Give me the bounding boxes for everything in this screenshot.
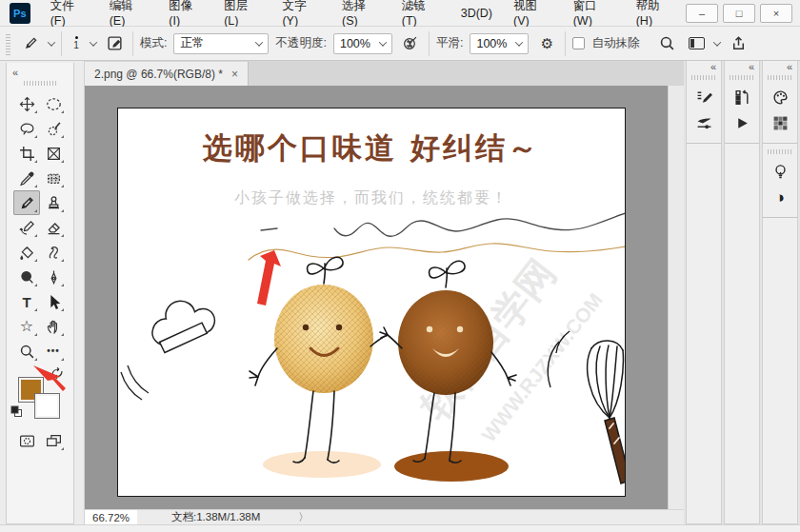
chevron-down-icon <box>255 38 263 46</box>
gear-icon[interactable]: ⚙ <box>535 32 558 55</box>
status-bar: 66.72% 文档:1.38M/1.38M 〉 <box>85 509 684 524</box>
document-tab-bar: 2.png @ 66.7%(RGB/8) * × <box>85 61 684 86</box>
tool-shape[interactable]: ☆ <box>13 314 40 339</box>
background-color-swatch[interactable] <box>34 393 60 419</box>
status-expand-icon[interactable]: 〉 <box>298 510 309 524</box>
tool-pen[interactable] <box>40 265 67 289</box>
tool-history-brush[interactable] <box>13 215 40 240</box>
chevron-down-icon <box>515 38 523 46</box>
adjustments-panel-icon[interactable]: ◑ <box>769 186 791 208</box>
toolbar-collapse-icon[interactable]: « <box>7 67 73 79</box>
tools-grid: T ☆ ••• <box>7 91 73 364</box>
blend-mode-select[interactable]: 正常 <box>173 33 269 54</box>
tool-quick-select[interactable] <box>40 116 67 141</box>
close-button[interactable]: × <box>760 4 792 23</box>
tool-paint-bucket[interactable] <box>13 240 40 265</box>
panel-grip[interactable] <box>730 75 754 80</box>
tool-preset-chevron-icon[interactable] <box>48 38 55 46</box>
mode-buttons <box>7 428 73 453</box>
learn-panel-icon[interactable] <box>769 160 791 183</box>
tool-type[interactable]: T <box>13 289 40 314</box>
tool-eraser[interactable] <box>40 215 67 240</box>
tool-marquee[interactable] <box>40 91 67 116</box>
zoom-level-field[interactable]: 66.72% <box>85 510 137 524</box>
tool-smudge[interactable] <box>40 240 67 265</box>
tool-eyedropper[interactable] <box>13 166 40 190</box>
tool-path-select[interactable] <box>40 289 67 314</box>
menu-image[interactable]: 图像(I) <box>158 0 213 26</box>
tool-dodge[interactable] <box>13 265 40 289</box>
canvas-viewport[interactable]: 软件自学网 WWW.RJZXW.COM <box>85 86 684 509</box>
brush-preset-chevron-icon[interactable] <box>90 38 97 46</box>
panel-grip[interactable] <box>691 75 716 80</box>
menu-layer[interactable]: 图层(L) <box>213 0 271 26</box>
swatches-panel-icon[interactable] <box>769 111 791 134</box>
tool-pencil[interactable] <box>13 190 40 215</box>
panel-grip[interactable] <box>768 149 792 154</box>
window-controls: – □ × <box>686 4 796 23</box>
history-panel-icon[interactable] <box>730 86 753 108</box>
menu-type[interactable]: 文字(Y) <box>271 0 331 26</box>
workspace: « <box>0 61 800 524</box>
opacity-select[interactable]: 100% <box>333 33 392 54</box>
menu-edit[interactable]: 编辑(E) <box>99 0 159 26</box>
artwork-title: 选哪个口味道 好纠结～ <box>118 128 625 168</box>
search-icon[interactable] <box>655 32 678 55</box>
share-icon[interactable] <box>727 32 750 55</box>
smoothing-value: 100% <box>476 37 507 50</box>
panel-empty <box>725 144 759 523</box>
tool-frame[interactable] <box>40 141 67 166</box>
menu-select[interactable]: 选择(S) <box>331 0 391 26</box>
vertical-scrollbar[interactable] <box>668 86 684 509</box>
panel-collapse-icon[interactable]: « <box>725 61 759 73</box>
maximize-button[interactable]: □ <box>723 4 755 23</box>
screen-mode-button[interactable] <box>40 428 67 453</box>
tool-healing-patch[interactable] <box>40 166 67 190</box>
menu-filter[interactable]: 滤镜(T) <box>391 0 450 26</box>
smoothing-select[interactable]: 100% <box>470 33 529 54</box>
artwork-page[interactable]: 软件自学网 WWW.RJZXW.COM <box>117 108 626 497</box>
brush-settings-panel-icon[interactable] <box>692 86 715 108</box>
brush-tip-preview-icon <box>75 36 78 39</box>
menu-view[interactable]: 视图(V) <box>503 0 563 26</box>
toggle-brush-panel-icon[interactable] <box>103 32 126 55</box>
panel-collapse-icon[interactable]: « <box>763 61 797 73</box>
brushes-panel-icon[interactable] <box>692 111 715 134</box>
tool-move[interactable] <box>13 91 40 116</box>
document-tab[interactable]: 2.png @ 66.7%(RGB/8) * × <box>85 62 249 86</box>
default-colors-icon[interactable] <box>10 405 24 419</box>
tool-hand[interactable] <box>40 314 67 339</box>
divider <box>132 31 133 56</box>
tool-crop[interactable] <box>13 141 40 166</box>
document-area: 2.png @ 66.7%(RGB/8) * × <box>84 61 684 524</box>
tool-preset-pencil-icon[interactable] <box>19 32 42 55</box>
tool-zoom[interactable] <box>13 339 40 364</box>
pressure-opacity-icon[interactable] <box>399 32 422 55</box>
quick-mask-button[interactable] <box>13 428 40 453</box>
panel-empty <box>763 218 797 523</box>
auto-erase-checkbox[interactable] <box>572 37 585 49</box>
document-tab-label: 2.png @ 66.7%(RGB/8) * <box>94 68 223 81</box>
actions-panel-icon[interactable] <box>730 111 753 134</box>
tool-more[interactable]: ••• <box>40 339 67 364</box>
swap-colors-icon[interactable] <box>50 367 64 379</box>
menu-window[interactable]: 窗口(W) <box>563 0 626 26</box>
workspace-chevron-icon[interactable] <box>713 38 721 46</box>
tool-clone-stamp[interactable] <box>40 190 67 215</box>
menu-file[interactable]: 文件(F) <box>40 0 99 26</box>
minimize-button[interactable]: – <box>686 4 718 23</box>
menu-help[interactable]: 帮助(H) <box>626 0 686 26</box>
panel-grip[interactable] <box>768 75 792 80</box>
photoshop-logo-icon: Ps <box>10 3 30 24</box>
menu-3d[interactable]: 3D(D) <box>450 0 503 26</box>
panel-collapse-icon[interactable]: « <box>687 61 721 73</box>
brush-preset-picker[interactable]: 1 <box>69 36 84 50</box>
workspace-switcher-icon[interactable] <box>685 32 708 55</box>
tool-lasso[interactable] <box>13 116 40 141</box>
menu-bar: Ps 文件(F) 编辑(E) 图像(I) 图层(L) 文字(Y) 选择(S) 滤… <box>0 0 800 27</box>
tab-close-icon[interactable]: × <box>231 68 238 81</box>
color-panel-icon[interactable] <box>769 86 791 108</box>
toolbar-grip[interactable] <box>24 81 56 86</box>
options-grip <box>6 32 10 55</box>
photoshop-window: Ps 文件(F) 编辑(E) 图像(I) 图层(L) 文字(Y) 选择(S) 滤… <box>0 0 800 532</box>
